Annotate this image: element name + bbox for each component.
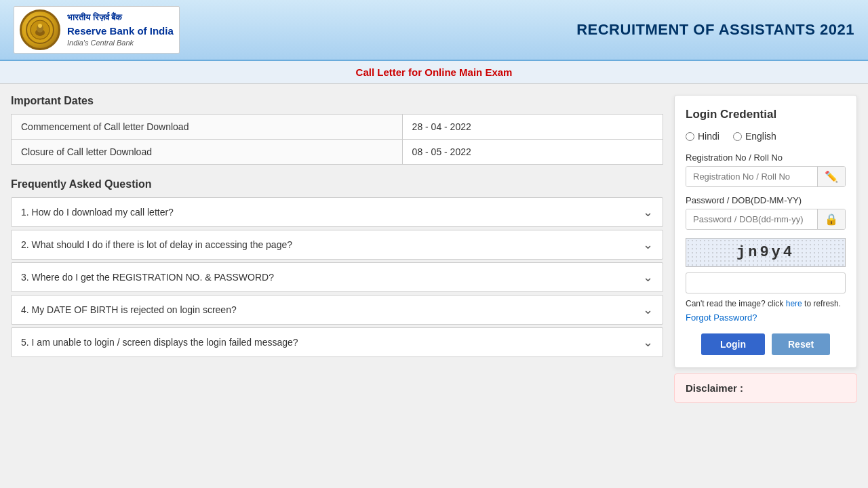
table-row: Closure of Call letter Download08 - 05 -… <box>12 140 663 165</box>
important-dates-title: Important Dates <box>11 95 663 107</box>
faq-title: Frequently Asked Question <box>11 178 663 190</box>
exam-subtitle: Call Letter for Online Main Exam <box>356 66 513 78</box>
hindi-radio[interactable] <box>686 132 694 141</box>
faq-question: 4. My DATE OF BIRTH is rejected on login… <box>21 304 237 315</box>
reg-no-label: Registration No / Roll No <box>686 152 846 163</box>
disclaimer-panel: Disclaimer : <box>674 373 857 403</box>
faq-item[interactable]: 4. My DATE OF BIRTH is rejected on login… <box>11 295 663 325</box>
chevron-down-icon: ⌄ <box>643 335 653 350</box>
rbi-tagline: India's Central Bank <box>67 38 174 48</box>
faq-header[interactable]: 1. How do I download my call letter? ⌄ <box>12 198 663 226</box>
hindi-radio-label[interactable]: Hindi <box>686 131 719 142</box>
sub-header-bar: Call Letter for Online Main Exam <box>0 61 868 84</box>
faq-item[interactable]: 1. How do I download my call letter? ⌄ <box>11 197 663 227</box>
password-group: Password / DOB(DD-MM-YY) 🔒 <box>686 195 846 230</box>
reset-button[interactable]: Reset <box>772 333 830 355</box>
faq-header[interactable]: 5. I am unable to login / screen display… <box>12 328 663 357</box>
chevron-down-icon: ⌄ <box>643 302 653 317</box>
page-header: भारतीय रिज़र्व बैंक Reserve Bank of Indi… <box>0 0 868 61</box>
left-panel: Important Dates Commencement of Call let… <box>11 95 663 360</box>
svg-point-4 <box>38 24 42 28</box>
page-title: RECRUITMENT OF ASSISTANTS 2021 <box>576 21 854 39</box>
faq-item[interactable]: 5. I am unable to login / screen display… <box>11 327 663 357</box>
date-value: 08 - 05 - 2022 <box>402 140 663 165</box>
faq-header[interactable]: 2. What should I do if there is lot of d… <box>12 230 663 259</box>
lock-icon: 🔒 <box>817 209 845 229</box>
faq-item[interactable]: 3. Where do I get the REGISTRATION NO. &… <box>11 262 663 292</box>
hindi-label: Hindi <box>698 131 719 142</box>
captcha-input[interactable] <box>686 272 846 293</box>
faq-header[interactable]: 4. My DATE OF BIRTH is rejected on login… <box>12 296 663 324</box>
captcha-image: jn9y4 <box>686 238 846 267</box>
faq-item[interactable]: 2. What should I do if there is lot of d… <box>11 230 663 260</box>
password-label: Password / DOB(DD-MM-YY) <box>686 195 846 205</box>
password-input-wrapper: 🔒 <box>686 209 846 230</box>
right-panel: Login Credential Hindi English Registrat… <box>674 95 857 403</box>
login-panel: Login Credential Hindi English Registrat… <box>674 95 857 368</box>
reg-no-input[interactable] <box>686 167 817 186</box>
english-label: English <box>745 131 776 142</box>
rbi-hindi-name: भारतीय रिज़र्व बैंक <box>67 12 174 24</box>
login-panel-title: Login Credential <box>686 108 846 121</box>
reg-no-input-wrapper: ✏️ <box>686 166 846 187</box>
english-radio-label[interactable]: English <box>733 131 776 142</box>
date-label: Closure of Call letter Download <box>12 140 403 165</box>
forgot-password-link[interactable]: Forgot Password? <box>686 312 846 323</box>
captcha-hint: Can't read the image? click here to refr… <box>686 299 846 308</box>
edit-icon: ✏️ <box>817 167 845 186</box>
faq-question: 5. I am unable to login / screen display… <box>21 337 298 348</box>
rbi-logo: भारतीय रिज़र्व बैंक Reserve Bank of Indi… <box>14 6 180 54</box>
important-dates-table: Commencement of Call letter Download28 -… <box>11 114 663 165</box>
rbi-emblem <box>20 9 60 50</box>
login-button-row: Login Reset <box>686 333 846 355</box>
language-radio-group: Hindi English <box>686 131 846 142</box>
captcha-refresh-link[interactable]: here <box>786 299 802 308</box>
table-row: Commencement of Call letter Download28 -… <box>12 115 663 140</box>
reg-no-group: Registration No / Roll No ✏️ <box>686 152 846 187</box>
chevron-down-icon: ⌄ <box>643 270 653 285</box>
faq-list: 1. How do I download my call letter? ⌄ 2… <box>11 197 663 357</box>
faq-question: 3. Where do I get the REGISTRATION NO. &… <box>21 272 274 283</box>
faq-header[interactable]: 3. Where do I get the REGISTRATION NO. &… <box>12 263 663 291</box>
chevron-down-icon: ⌄ <box>643 237 653 252</box>
faq-question: 1. How do I download my call letter? <box>21 207 174 218</box>
date-value: 28 - 04 - 2022 <box>402 115 663 140</box>
password-input[interactable] <box>686 209 817 229</box>
english-radio[interactable] <box>733 132 742 141</box>
faq-question: 2. What should I do if there is lot of d… <box>21 239 292 250</box>
chevron-down-icon: ⌄ <box>643 205 653 220</box>
rbi-english-name: Reserve Bank of India <box>67 24 174 38</box>
login-button[interactable]: Login <box>701 333 765 355</box>
rbi-name-text: भारतीय रिज़र्व बैंक Reserve Bank of Indi… <box>67 12 174 49</box>
main-container: Important Dates Commencement of Call let… <box>0 84 868 413</box>
date-label: Commencement of Call letter Download <box>12 115 403 140</box>
disclaimer-title: Disclaimer : <box>686 382 743 394</box>
